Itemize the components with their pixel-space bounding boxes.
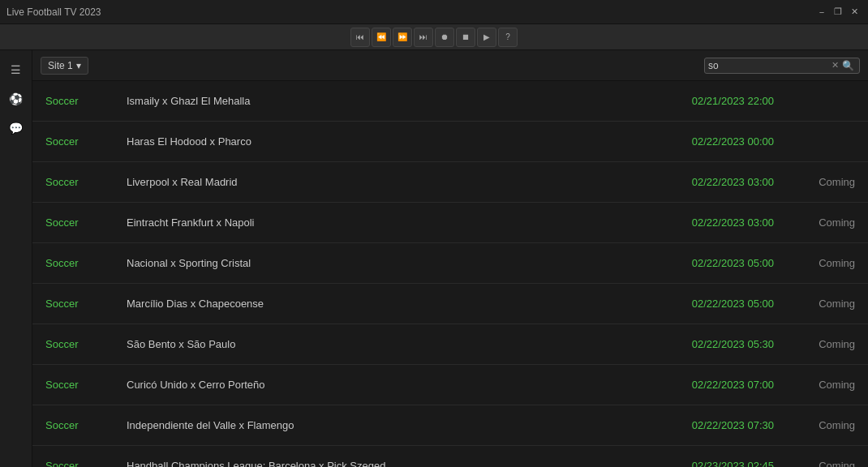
site-selector-chevron: ▾ [76, 60, 81, 71]
event-status: Coming [790, 298, 855, 310]
sidebar-chat-icon[interactable]: 💬 [3, 115, 29, 141]
event-row[interactable]: SoccerEintracht Frankfurt x Napoli02/22/… [32, 203, 868, 243]
event-sport: Soccer [45, 95, 127, 107]
event-name: Marcílio Dias x Chapecoense [127, 298, 644, 310]
event-row[interactable]: SoccerIsmaily x Ghazl El Mehalla02/21/20… [32, 81, 868, 122]
sidebar-menu-icon[interactable]: ☰ [3, 57, 29, 83]
toolbar-btn-prev-prev[interactable]: ⏮ [350, 28, 370, 47]
toolbar-btn-record[interactable]: ⏺ [435, 28, 454, 47]
event-row[interactable]: SoccerLiverpool x Real Madrid02/22/2023 … [32, 162, 868, 203]
event-status: Coming [790, 379, 855, 391]
main-layout: ☰ ⚽ 💬 Site 1 ▾ ✕ 🔍 SoccerIsmaily x Ghazl… [0, 50, 868, 467]
event-status: Coming [790, 419, 855, 431]
event-date: 02/22/2023 07:30 [644, 419, 790, 431]
toolbar-btn-help[interactable]: ? [498, 28, 518, 47]
event-name: Eintracht Frankfurt x Napoli [127, 216, 644, 229]
event-sport: Soccer [45, 216, 127, 229]
title-bar: Live Football TV 2023 − ❐ ✕ [0, 0, 868, 24]
events-list: SoccerIsmaily x Ghazl El Mehalla02/21/20… [32, 81, 868, 467]
event-sport: Soccer [45, 298, 127, 310]
event-name: Nacional x Sporting Cristal [127, 257, 644, 269]
toolbar: ⏮ ⏪ ⏩ ⏭ ⏺ ⏹ ▶ ? [0, 24, 868, 50]
event-date: 02/21/2023 22:00 [644, 95, 790, 107]
event-sport: Soccer [45, 135, 127, 148]
event-name: Curicó Unido x Cerro Porteño [127, 379, 644, 391]
event-date: 02/22/2023 05:00 [644, 298, 790, 310]
event-name: Handball Champions League: Barcelona x P… [127, 460, 644, 467]
event-name: Independiente del Valle x Flamengo [127, 419, 644, 431]
event-name: Liverpool x Real Madrid [127, 176, 644, 188]
site-selector[interactable]: Site 1 ▾ [41, 57, 88, 75]
search-clear-icon[interactable]: ✕ [830, 60, 840, 71]
event-status: Coming [790, 176, 855, 188]
title-bar-controls: − ❐ ✕ [814, 5, 862, 19]
event-row[interactable]: SoccerCuricó Unido x Cerro Porteño02/22/… [32, 365, 868, 405]
event-status: Coming [790, 338, 855, 350]
content-area: Site 1 ▾ ✕ 🔍 SoccerIsmaily x Ghazl El Me… [32, 50, 868, 467]
minimize-button[interactable]: − [814, 5, 829, 19]
event-sport: Soccer [45, 257, 127, 269]
restore-button[interactable]: ❐ [831, 5, 845, 19]
event-date: 02/22/2023 05:00 [644, 257, 790, 269]
close-button[interactable]: ✕ [847, 5, 862, 19]
event-status: Coming [790, 257, 855, 269]
sidebar: ☰ ⚽ 💬 [0, 50, 32, 467]
event-date: 02/22/2023 05:30 [644, 338, 790, 350]
search-submit-icon[interactable]: 🔍 [840, 60, 856, 71]
event-date: 02/23/2023 02:45 [644, 460, 790, 467]
event-row[interactable]: SoccerHaras El Hodood x Pharco02/22/2023… [32, 122, 868, 162]
title-bar-left: Live Football TV 2023 [6, 6, 101, 18]
event-row[interactable]: SoccerHandball Champions League: Barcelo… [32, 446, 868, 467]
event-row[interactable]: SoccerNacional x Sporting Cristal02/22/2… [32, 243, 868, 284]
event-sport: Soccer [45, 419, 127, 431]
event-name: Haras El Hodood x Pharco [127, 135, 644, 148]
toolbar-btn-prev[interactable]: ⏪ [372, 28, 391, 47]
toolbar-btn-play[interactable]: ▶ [477, 28, 496, 47]
event-row[interactable]: SoccerSão Bento x São Paulo02/22/2023 05… [32, 324, 868, 365]
toolbar-btn-next-next[interactable]: ⏭ [414, 28, 433, 47]
event-status: Coming [790, 460, 855, 467]
event-sport: Soccer [45, 176, 127, 188]
toolbar-btn-next[interactable]: ⏩ [393, 28, 412, 47]
event-date: 02/22/2023 07:00 [644, 379, 790, 391]
app-title: Live Football TV 2023 [6, 6, 101, 18]
search-input[interactable] [708, 60, 830, 71]
content-topbar: Site 1 ▾ ✕ 🔍 [32, 50, 868, 81]
event-sport: Soccer [45, 338, 127, 350]
event-date: 02/22/2023 00:00 [644, 135, 790, 148]
event-date: 02/22/2023 03:00 [644, 176, 790, 188]
event-date: 02/22/2023 03:00 [644, 216, 790, 229]
toolbar-btn-stop[interactable]: ⏹ [456, 28, 475, 47]
event-status: Coming [790, 216, 855, 229]
event-row[interactable]: SoccerIndependiente del Valle x Flamengo… [32, 405, 868, 446]
event-row[interactable]: SoccerMarcílio Dias x Chapecoense02/22/2… [32, 284, 868, 324]
event-name: Ismaily x Ghazl El Mehalla [127, 95, 644, 107]
sidebar-ball-icon[interactable]: ⚽ [3, 86, 29, 112]
site-selector-label: Site 1 [48, 60, 73, 71]
event-name: São Bento x São Paulo [127, 338, 644, 350]
search-box: ✕ 🔍 [704, 58, 860, 74]
event-sport: Soccer [45, 460, 127, 467]
event-sport: Soccer [45, 379, 127, 391]
